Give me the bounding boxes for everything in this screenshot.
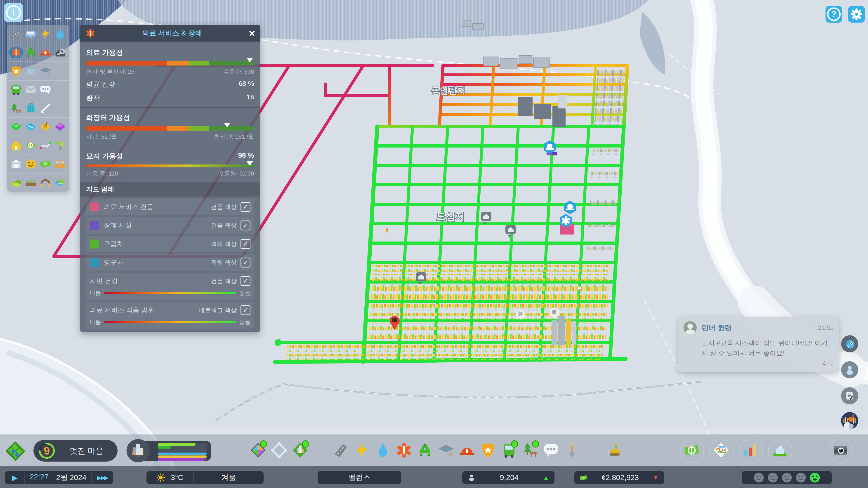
sidebar-item-citizens[interactable] <box>8 156 23 172</box>
chirper-button[interactable] <box>841 335 858 352</box>
sidebar-item-healthcare[interactable] <box>8 44 23 60</box>
settings-button[interactable] <box>848 6 865 23</box>
sidebar-item-garbage[interactable] <box>23 44 38 60</box>
toolbar-landmarks[interactable] <box>291 442 309 459</box>
health-gradient-bar <box>104 292 236 294</box>
toolbar-demolish[interactable] <box>606 442 623 459</box>
toolbar-garbage[interactable] <box>416 442 434 459</box>
legend-checkbox[interactable]: ✓ <box>241 221 250 230</box>
toolbar-fire[interactable] <box>458 442 475 459</box>
legend-checkbox[interactable]: ✓ <box>241 276 250 286</box>
heart-icon[interactable]: ♡ <box>828 360 834 367</box>
sidebar-item-fire[interactable] <box>38 44 53 60</box>
capacity-label: 수용량: 500 <box>223 68 254 76</box>
toolbar-parks[interactable] <box>522 442 539 459</box>
sidebar-item-happiness[interactable] <box>23 156 38 172</box>
citizens-panel-button[interactable] <box>841 361 858 379</box>
city-progress-widget[interactable]: 9 멋진 마을 <box>33 440 118 462</box>
info-button[interactable]: i <box>4 3 23 22</box>
sidebar-item-tourism[interactable] <box>23 100 38 116</box>
legend-item-hearse: 영구차 객체 색상 ✓ <box>86 254 254 271</box>
weather-widget[interactable]: -3°C 겨울 <box>147 471 264 484</box>
sidebar-item-transportation[interactable] <box>8 82 23 98</box>
population-widget[interactable]: 9,204 ▲ <box>462 471 555 484</box>
sidebar-item-residential[interactable] <box>8 137 23 153</box>
road-icon <box>333 442 349 458</box>
legend-checkbox[interactable]: ✓ <box>241 239 250 249</box>
toolbar-transportation[interactable] <box>500 442 518 459</box>
sidebar-item-electricity[interactable] <box>38 26 53 42</box>
sidebar-item-administration[interactable] <box>23 63 38 79</box>
toolbar-map-overview[interactable] <box>712 442 730 459</box>
status-bar <box>0 466 868 488</box>
sidebar-item-mail[interactable] <box>23 82 38 98</box>
speed-button[interactable]: ▶▶▶ <box>92 475 113 481</box>
legend-checkbox[interactable]: ✓ <box>241 305 250 315</box>
money-down-icon: ▼ <box>653 474 659 481</box>
toolbar-zones[interactable] <box>250 442 267 459</box>
sidebar-item-routes[interactable] <box>38 100 53 116</box>
toolbar-lifepath[interactable] <box>771 442 788 459</box>
route-arrows-icon <box>39 102 52 114</box>
legend-swatch <box>90 239 99 249</box>
sidebar-item-water-resource[interactable] <box>23 119 38 135</box>
deceased-label: 사망: 52 /월 <box>86 133 117 141</box>
happiness-widget[interactable] <box>742 471 832 484</box>
sidebar-item-communications[interactable] <box>38 82 53 98</box>
money-widget[interactable]: ¢2,802,923 ▼ <box>574 471 664 484</box>
panel-header[interactable]: 의료 서비스 & 장례 × <box>80 25 260 41</box>
play-button[interactable]: ▶ <box>5 473 24 482</box>
toolbar-photo-mode[interactable] <box>832 442 849 459</box>
sidebar-item-vehicles[interactable] <box>23 26 38 42</box>
toolbar-education[interactable] <box>437 442 455 459</box>
color-mode-label: 건물 색상 <box>211 203 237 211</box>
sidebar-item-workers[interactable] <box>53 156 67 172</box>
notification-dot <box>532 440 539 448</box>
toolbar-roads[interactable] <box>332 442 349 459</box>
sidebar-item-greenery[interactable] <box>8 175 23 191</box>
sidebar-item-police[interactable] <box>8 63 23 79</box>
close-button[interactable]: × <box>249 28 255 38</box>
toolbar-police[interactable] <box>479 442 497 459</box>
radio-button[interactable] <box>841 412 858 429</box>
toolbar-landscaping[interactable] <box>563 442 581 459</box>
sidebar-item-roads[interactable] <box>8 26 23 42</box>
crematorium-availability-bar <box>86 126 254 131</box>
toolbar-statistics[interactable] <box>742 442 759 459</box>
toolbar-communications[interactable] <box>542 442 560 459</box>
milestone-button[interactable] <box>4 440 27 463</box>
sidebar-item-ore-resource[interactable] <box>38 119 53 135</box>
sidebar-item-land-value[interactable] <box>23 137 38 153</box>
sidebar-item-oil-resource[interactable] <box>53 119 67 135</box>
help-button[interactable]: ? <box>826 6 842 23</box>
vehicle <box>577 287 581 290</box>
coverage-gradient-bar <box>104 321 236 323</box>
city-name: 멋진 마을 <box>56 446 118 456</box>
sidebar-item-growth[interactable] <box>53 137 67 153</box>
toolbar-healthcare[interactable] <box>395 442 412 459</box>
toolbar-water[interactable] <box>374 442 392 459</box>
budget-button[interactable]: 밸런스 <box>318 471 401 484</box>
sidebar-item-noise-pollution[interactable] <box>38 175 53 191</box>
sidebar-item-fertile-land[interactable] <box>8 119 23 135</box>
time-controls: ▶ 22:27 2월 2024 ▶▶▶ <box>5 471 113 484</box>
graduation-cap-icon <box>438 442 454 458</box>
land-value-icon <box>25 139 37 151</box>
toolbar-districts[interactable] <box>271 442 288 459</box>
journal-button[interactable] <box>841 387 858 404</box>
sidebar-item-ground-pollution[interactable] <box>23 175 38 191</box>
sidebar-item-money[interactable] <box>38 156 53 172</box>
toolbar-electricity[interactable] <box>353 442 370 459</box>
legend-checkbox[interactable]: ✓ <box>241 202 250 212</box>
legend-label: 장례 시설 <box>104 221 211 230</box>
sidebar-item-parks[interactable] <box>8 100 23 116</box>
sidebar-item-education[interactable] <box>38 63 53 79</box>
chirp-card[interactable]: 덴버 퀸랜 21:51 도시 #교육 시스템이 정말 뛰어나네요! 여기서 살 … <box>678 317 839 372</box>
bus-icon <box>10 84 22 96</box>
toolbar-economy[interactable] <box>683 442 700 459</box>
legend-checkbox[interactable]: ✓ <box>241 258 250 267</box>
sidebar-item-water-pollution[interactable] <box>53 175 67 191</box>
sidebar-item-maintenance[interactable] <box>53 44 67 60</box>
sidebar-item-water[interactable] <box>53 26 67 42</box>
sidebar-item-statistics[interactable] <box>38 137 53 153</box>
